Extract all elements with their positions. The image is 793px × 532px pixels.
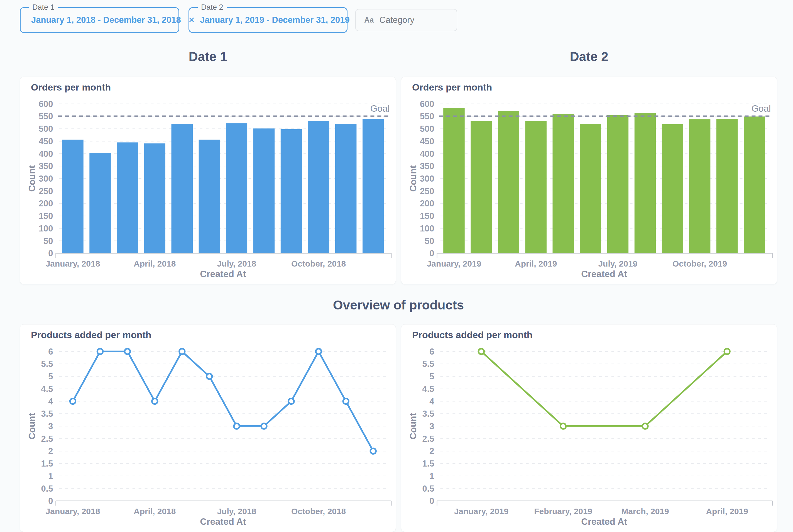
y-tick-label: 0 <box>48 496 53 506</box>
y-tick-label: 5.5 <box>422 359 434 369</box>
data-point[interactable] <box>261 423 267 429</box>
y-tick-label: 1 <box>48 471 53 481</box>
y-tick-label: 600 <box>420 99 434 109</box>
data-point[interactable] <box>207 374 212 379</box>
bar[interactable] <box>308 121 329 253</box>
data-point[interactable] <box>125 349 130 354</box>
data-point[interactable] <box>316 349 321 354</box>
section-heading-date2: Date 2 <box>401 49 777 64</box>
y-tick-label: 6 <box>429 347 434 357</box>
data-point[interactable] <box>561 423 566 429</box>
data-point[interactable] <box>370 448 376 454</box>
y-tick-label: 350 <box>420 161 434 171</box>
y-tick-label: 2.5 <box>422 434 434 444</box>
y-tick-label: 250 <box>39 186 53 196</box>
y-tick-label: 0.5 <box>422 484 434 494</box>
card-products-2018[interactable]: 00.511.522.533.544.555.56January, 2018Ap… <box>20 324 396 532</box>
x-axis-title: Created At <box>581 269 627 279</box>
orders-2018-bar-chart[interactable]: 050100150200250300350400450500550600Goal… <box>20 77 396 284</box>
card-title[interactable]: Products added per month <box>412 329 533 340</box>
x-tick-label: January, 2018 <box>46 259 100 268</box>
data-point[interactable] <box>70 399 75 404</box>
data-point[interactable] <box>288 399 294 404</box>
bar[interactable] <box>716 119 738 253</box>
bar[interactable] <box>172 124 193 253</box>
bar[interactable] <box>635 113 656 253</box>
y-tick-label: 350 <box>39 161 53 171</box>
bar[interactable] <box>607 115 628 253</box>
bar[interactable] <box>363 119 384 253</box>
bar[interactable] <box>662 124 683 253</box>
data-point[interactable] <box>343 399 349 404</box>
card-products-2019[interactable]: 00.511.522.533.544.555.56January, 2019Fe… <box>401 324 777 532</box>
card-title[interactable]: Orders per month <box>31 82 111 93</box>
bar[interactable] <box>443 108 464 253</box>
bar[interactable] <box>62 140 83 253</box>
bar[interactable] <box>470 121 492 253</box>
filter-date-1-value[interactable]: January 1, 2018 - December 31, 2018 <box>31 15 181 25</box>
y-tick-label: 400 <box>39 149 53 159</box>
y-tick-label: 4.5 <box>422 384 434 394</box>
bar[interactable] <box>90 153 111 253</box>
x-tick-label: July, 2018 <box>217 507 256 516</box>
y-tick-label: 0 <box>429 248 434 258</box>
bar[interactable] <box>253 128 274 253</box>
section-heading-products: Overview of products <box>20 298 777 312</box>
products-2019-line-chart[interactable]: 00.511.522.533.544.555.56January, 2019Fe… <box>401 324 777 532</box>
bar[interactable] <box>498 111 519 253</box>
bar[interactable] <box>525 121 546 253</box>
data-point[interactable] <box>179 349 185 354</box>
data-point[interactable] <box>479 349 484 354</box>
y-tick-label: 2.5 <box>41 434 53 444</box>
y-tick-label: 100 <box>420 224 434 233</box>
card-title[interactable]: Products added per month <box>31 329 152 340</box>
data-point[interactable] <box>724 349 730 354</box>
y-tick-label: 1 <box>429 471 434 481</box>
x-tick-label: April, 2019 <box>706 507 748 516</box>
filter-date-1[interactable]: Date 1 January 1, 2018 - December 31, 20… <box>20 7 179 33</box>
bar[interactable] <box>553 114 574 253</box>
y-tick-label: 6 <box>48 347 53 357</box>
y-tick-label: 5.5 <box>41 359 53 369</box>
bar[interactable] <box>226 123 247 253</box>
bar[interactable] <box>689 119 710 253</box>
y-tick-label: 50 <box>43 236 53 246</box>
bar[interactable] <box>117 142 138 253</box>
filter-category[interactable]: Aa Category <box>355 9 457 31</box>
products-2018-line-chart[interactable]: 00.511.522.533.544.555.56January, 2018Ap… <box>20 324 396 532</box>
x-axis-title: Created At <box>200 269 246 279</box>
y-tick-label: 50 <box>425 236 434 246</box>
y-tick-label: 2 <box>48 446 53 456</box>
y-tick-label: 500 <box>39 124 53 134</box>
x-tick-label: January, 2019 <box>454 507 509 516</box>
y-tick-label: 1.5 <box>41 459 53 469</box>
y-tick-label: 550 <box>39 111 53 121</box>
data-point[interactable] <box>152 399 158 404</box>
bar[interactable] <box>144 144 165 253</box>
x-tick-label: October, 2018 <box>291 259 346 268</box>
orders-2019-bar-chart[interactable]: 050100150200250300350400450500550600Goal… <box>401 77 777 284</box>
data-point[interactable] <box>234 423 239 429</box>
x-tick-label: January, 2018 <box>46 507 100 516</box>
bar[interactable] <box>580 124 601 253</box>
bar[interactable] <box>281 129 302 253</box>
y-axis-title: Count <box>408 165 418 192</box>
filter-date-2-value[interactable]: January 1, 2019 - December 31, 2019 <box>200 15 350 25</box>
data-point[interactable] <box>97 349 103 354</box>
x-axis-title: Created At <box>200 516 246 527</box>
card-title[interactable]: Orders per month <box>412 82 492 93</box>
data-point[interactable] <box>642 423 648 429</box>
y-tick-label: 3.5 <box>41 409 53 419</box>
filter-date-2-label: Date 2 <box>198 3 227 12</box>
card-orders-2018[interactable]: 050100150200250300350400450500550600Goal… <box>20 77 396 284</box>
y-tick-label: 0.5 <box>41 484 53 494</box>
card-orders-2019[interactable]: 050100150200250300350400450500550600Goal… <box>401 77 777 284</box>
y-tick-label: 500 <box>420 124 434 134</box>
bar[interactable] <box>199 140 220 253</box>
line-series <box>481 352 727 426</box>
bar[interactable] <box>744 116 765 253</box>
filter-category-label: Category <box>380 15 414 25</box>
bar[interactable] <box>335 124 356 253</box>
filter-date-2[interactable]: Date 2 January 1, 2019 - December 31, 20… <box>189 7 348 33</box>
y-tick-label: 200 <box>39 198 53 208</box>
